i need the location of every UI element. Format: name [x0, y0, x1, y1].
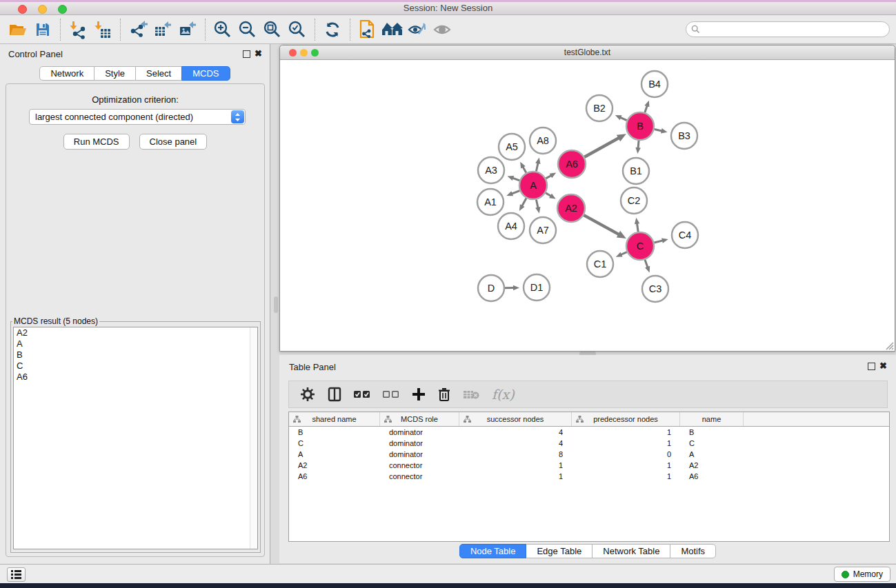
table-row[interactable]: A6connector11A6: [289, 471, 889, 482]
graph-node-C3[interactable]: C3: [642, 276, 668, 302]
hide-details-button[interactable]: [405, 18, 430, 41]
float-panel-icon[interactable]: [243, 50, 250, 58]
control-tab-network[interactable]: Network: [39, 66, 94, 81]
control-tab-select[interactable]: Select: [135, 66, 182, 81]
graph-edge-A-A5[interactable]: [520, 162, 526, 173]
graph-edge-B-B4[interactable]: [644, 101, 649, 113]
graph-node-D[interactable]: D: [478, 275, 504, 301]
graph-node-A8[interactable]: A8: [530, 128, 556, 154]
table-row[interactable]: Cdominator41C: [289, 438, 889, 449]
graph-edge-C-C2[interactable]: [635, 218, 639, 232]
window-titlebar[interactable]: Session: New Session: [0, 0, 896, 15]
resize-grip-icon[interactable]: [884, 340, 894, 350]
save-session-button[interactable]: [30, 18, 55, 41]
graph-node-A[interactable]: A: [519, 172, 547, 199]
column-header-shared-name[interactable]: shared name: [289, 412, 380, 426]
close-table-panel-icon[interactable]: ✖: [879, 361, 887, 370]
select-all-columns-button[interactable]: [354, 390, 370, 398]
delete-column-button[interactable]: [438, 387, 450, 402]
delete-table-button[interactable]: [463, 389, 479, 400]
export-network-button[interactable]: [126, 18, 150, 41]
graph-edge-A6-B[interactable]: [584, 134, 626, 157]
zoom-fit-button[interactable]: [260, 18, 285, 41]
table-tab-edge-table[interactable]: Edge Table: [526, 544, 593, 558]
graph-edge-A-A3[interactable]: [508, 176, 520, 181]
zoom-in-button[interactable]: [210, 18, 235, 41]
import-table-button[interactable]: [90, 18, 115, 41]
mcds-result-item[interactable]: A: [14, 338, 257, 349]
graph-node-A7[interactable]: A7: [530, 217, 556, 243]
float-table-panel-icon[interactable]: [868, 363, 875, 370]
graph-edge-C-C1[interactable]: [616, 252, 627, 257]
graph-node-A5[interactable]: A5: [499, 134, 525, 160]
graph-node-A2[interactable]: A2: [557, 194, 585, 222]
graph-edge-A-A2[interactable]: [546, 193, 556, 199]
table-settings-button[interactable]: [300, 387, 315, 402]
graph-node-A6[interactable]: A6: [558, 150, 586, 178]
open-session-button[interactable]: [6, 18, 30, 41]
mcds-result-item[interactable]: B: [14, 349, 257, 361]
memory-button[interactable]: Memory: [834, 567, 890, 582]
new-network-from-selection-button[interactable]: [355, 18, 380, 41]
column-header-name[interactable]: name: [680, 412, 744, 426]
graph-edge-C-C4[interactable]: [654, 238, 668, 243]
close-panel-icon[interactable]: ✖: [255, 49, 262, 58]
graph-node-B[interactable]: B: [626, 112, 654, 140]
mcds-result-item[interactable]: A2: [14, 327, 257, 338]
table-row[interactable]: Bdominator41B: [289, 427, 889, 438]
mcds-result-item[interactable]: C: [14, 361, 257, 372]
create-column-button[interactable]: [412, 387, 426, 401]
graph-node-A1[interactable]: A1: [477, 189, 504, 215]
graph-edge-A2-C[interactable]: [584, 215, 626, 239]
graph-edge-A-A8[interactable]: [535, 157, 540, 171]
graph-edge-B-B1[interactable]: [635, 141, 640, 154]
network-window-titlebar[interactable]: testGlobe.txt: [280, 45, 895, 60]
graph-edge-A-A7[interactable]: [535, 200, 540, 214]
column-header-successor-nodes[interactable]: successor nodes: [459, 412, 572, 426]
graph-node-A4[interactable]: A4: [498, 213, 524, 239]
search-field[interactable]: [686, 21, 890, 37]
close-panel-button[interactable]: Close panel: [139, 134, 208, 150]
apply-preferred-layout-button[interactable]: [380, 18, 405, 41]
optimization-criterion-dropdown[interactable]: largest connected component (directed): [29, 109, 246, 125]
graph-edge-A-A6[interactable]: [546, 173, 556, 179]
import-network-button[interactable]: [66, 18, 90, 41]
table-tab-network-table[interactable]: Network Table: [592, 544, 670, 558]
graph-node-D1[interactable]: D1: [524, 274, 550, 301]
column-header-predecessor-nodes[interactable]: predecessor nodes: [572, 412, 680, 426]
splitter-grabber-vertical[interactable]: [274, 296, 278, 313]
graph-node-B3[interactable]: B3: [671, 123, 697, 149]
graph-edge-C-C3[interactable]: [645, 260, 650, 273]
run-mcds-button[interactable]: Run MCDS: [63, 134, 130, 150]
control-tab-style[interactable]: Style: [94, 66, 136, 81]
table-tab-motifs[interactable]: Motifs: [670, 544, 716, 558]
table-row[interactable]: A2connector11A2: [289, 460, 889, 471]
graph-node-B4[interactable]: B4: [641, 71, 668, 97]
table-row[interactable]: Adominator80A: [289, 449, 889, 460]
network-canvas[interactable]: B4B2BB3A5A8A3A6AB1A1C2A2A4A7CC4C1C3DD1: [280, 60, 895, 351]
graph-node-B2[interactable]: B2: [586, 95, 613, 121]
zoom-out-button[interactable]: [235, 18, 260, 41]
graph-node-C[interactable]: C: [626, 232, 654, 260]
node-table[interactable]: shared nameMCDS rolesuccessor nodesprede…: [288, 412, 890, 542]
graph-node-B1[interactable]: B1: [623, 158, 649, 184]
graph-node-C2[interactable]: C2: [621, 187, 647, 214]
export-image-button[interactable]: [175, 18, 200, 41]
graph-edge-A-A1[interactable]: [506, 191, 519, 196]
column-header-MCDS-role[interactable]: MCDS role: [380, 412, 459, 426]
result-list-scrollbar[interactable]: [250, 327, 257, 549]
graph-node-C4[interactable]: C4: [672, 222, 698, 248]
zoom-selected-button[interactable]: [285, 18, 310, 41]
control-tab-mcds[interactable]: MCDS: [181, 66, 230, 81]
unselect-all-columns-button[interactable]: [383, 390, 399, 398]
show-columns-button[interactable]: [328, 387, 341, 402]
network-graph[interactable]: B4B2BB3A5A8A3A6AB1A1C2A2A4A7CC4C1C3DD1: [280, 60, 895, 351]
graph-edge-B-B2[interactable]: [615, 115, 627, 120]
function-builder-button[interactable]: f(x): [492, 387, 515, 402]
task-history-button[interactable]: [7, 567, 26, 582]
mcds-result-item[interactable]: A6: [14, 372, 257, 383]
graph-edge-A-A4[interactable]: [519, 198, 526, 211]
graph-node-C1[interactable]: C1: [587, 251, 613, 277]
mcds-result-list[interactable]: A2ABCA6: [13, 327, 258, 549]
show-hide-panel-button[interactable]: [430, 18, 455, 41]
